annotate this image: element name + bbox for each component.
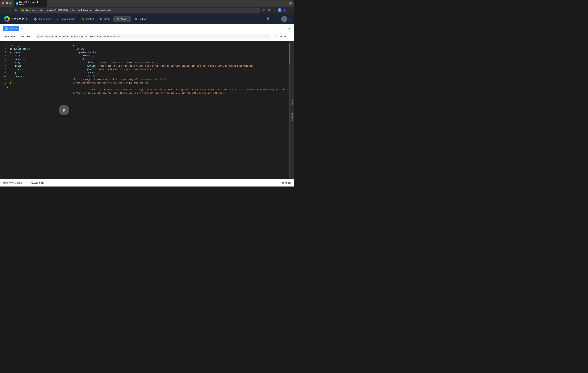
editor-scrollbar[interactable] — [289, 41, 290, 179]
profile-icon[interactable]: 👤 — [282, 8, 287, 12]
hamburger-menu-icon[interactable]: ≡ — [26, 17, 27, 21]
brace-token: } — [15, 72, 16, 74]
home-icon: 🏠 — [34, 18, 37, 21]
browser-window: G GraphQL Playground — free-s… × + ⋮ ‹ ›… — [0, 0, 294, 186]
history-button[interactable]: HISTORY — [18, 34, 33, 39]
line-content: image { — [7, 64, 66, 68]
search-extensions-icon[interactable]: 🔍 — [267, 8, 272, 12]
brace-token: { — [16, 44, 19, 47]
query-tabs-bar: Q Query × + ⚙ — [0, 24, 294, 33]
editor-line-8: 8 url — [3, 68, 66, 71]
brace-token: } — [12, 78, 14, 81]
browser-tabs: G GraphQL Playground — free-s… × + — [14, 0, 287, 7]
close-window-button[interactable] — [2, 2, 4, 4]
line-number: 11 — [3, 78, 6, 82]
bookmark-star-icon[interactable]: ☆ — [272, 8, 277, 12]
editor-line-12: 12 } — [3, 82, 66, 85]
query-variables-tab[interactable]: QUERY VARIABLES — [3, 181, 22, 185]
minimize-window-button[interactable] — [6, 2, 8, 4]
nav-label-settings: Settings — [139, 18, 147, 20]
line-number: 10 — [3, 75, 6, 78]
brace-token: { — [28, 48, 30, 50]
maximize-window-button[interactable] — [9, 2, 11, 4]
docs-tab[interactable]: DOCS — [291, 97, 294, 106]
nav-label-content: Content — [86, 18, 94, 20]
help-button[interactable]: ? — [273, 16, 279, 22]
refresh-button[interactable]: ↻ — [14, 8, 18, 12]
play-icon — [63, 108, 66, 112]
tab-close-button[interactable]: × — [43, 2, 45, 5]
editor-line-11: 11 } — [3, 78, 66, 82]
line-content: } — [7, 85, 66, 88]
line-content: postCollection { — [7, 47, 66, 51]
query-tab-label: Query — [9, 27, 15, 30]
tab-title: GraphQL Playground — free-s… — [19, 1, 42, 6]
address-bar[interactable]: 🔒 https://app.contentful.com/spaces/0sdt… — [20, 8, 261, 13]
query-tab-close-button[interactable]: × — [16, 27, 17, 30]
brace-token: { — [21, 65, 24, 67]
line-number: 5 — [3, 58, 6, 61]
line-content: ▾ items { — [7, 51, 66, 54]
browser-navbar: ‹ › ↻ 🔒 https://app.contentful.com/space… — [0, 7, 294, 14]
line-number: 13 — [3, 85, 6, 88]
browser-titlebar: G GraphQL Playground — free-s… × + ⋮ — [0, 0, 294, 7]
field-token: image — [15, 65, 21, 67]
extensions-icon[interactable]: C — [278, 8, 282, 12]
query-tab[interactable]: Q Query × — [3, 26, 19, 31]
line-number: 2 — [3, 47, 6, 51]
schema-tab[interactable]: SCHEMA — [291, 111, 294, 123]
nav-items: 🏠 Space home ◇ Content model ✏️ Content … — [31, 16, 265, 22]
field-token: items — [14, 51, 20, 54]
editor-line-2: 2 postCollection { — [3, 47, 66, 51]
copy-curl-button[interactable]: COPY CURL — [274, 34, 291, 39]
line-content: content — [7, 75, 66, 78]
content-icon: ✏️ — [81, 18, 85, 21]
result-panel[interactable]: { "data": { "postCollection": { "items":… — [69, 41, 294, 179]
nav-item-settings[interactable]: ⚙️ Settings ▾ — [132, 16, 152, 22]
bookmarks-icon[interactable]: ⊞ — [262, 8, 266, 12]
global-search-button[interactable]: 🔍 — [265, 16, 271, 22]
nav-label-apps: Apps — [121, 18, 126, 20]
forward-button[interactable]: › — [8, 8, 12, 12]
run-query-button-container — [59, 105, 69, 115]
line-content: url — [7, 68, 66, 71]
editor-line-10: 10 content — [3, 75, 66, 78]
line-number: 8 — [3, 68, 6, 71]
app-container: free-space ≡ 🏠 Space home ◇ Content mode… — [0, 14, 294, 186]
nav-item-content-model[interactable]: ◇ Content model — [55, 16, 78, 22]
editor-line-5: 5 subtitle — [3, 58, 66, 61]
prettify-button[interactable]: PRETTIFY — [3, 34, 18, 39]
run-query-button[interactable] — [59, 105, 69, 115]
more-tools-icon[interactable]: ⋮ — [287, 8, 292, 12]
traffic-lights — [2, 2, 11, 4]
http-headers-tab[interactable]: HTTP HEADERS (1) — [25, 181, 44, 185]
nav-item-media[interactable]: 🖼 Media — [97, 16, 113, 22]
playground-settings-button[interactable]: ⚙ — [286, 26, 291, 31]
line-number: 4 — [3, 54, 6, 58]
endpoint-url-bar[interactable]: https://graphql.contentful.com/content/v… — [35, 34, 271, 39]
line-number: 7 — [3, 64, 6, 68]
add-query-tab-button[interactable]: + — [20, 26, 25, 31]
back-button[interactable]: ‹ — [2, 8, 7, 12]
new-tab-button[interactable]: + — [48, 1, 52, 6]
nav-item-space-home[interactable]: 🏠 Space home — [31, 16, 54, 22]
nav-item-content[interactable]: ✏️ Content — [79, 16, 97, 22]
sidebar-tabs: DOCS SCHEMA — [290, 41, 294, 179]
nav-item-apps[interactable]: 🧩 Apps ▾ — [113, 16, 131, 22]
editor-line-6: 6 slug — [3, 61, 66, 64]
line-content: } — [7, 71, 66, 75]
space-name: free-space — [12, 18, 24, 21]
line-content: ▾ query { — [7, 44, 66, 47]
user-avatar[interactable]: 👤 — [281, 16, 287, 22]
user-dropdown-arrow-icon[interactable]: ▾ — [289, 18, 290, 20]
editor-line-7: 7 image { — [3, 64, 66, 68]
endpoint-status-indicator — [37, 36, 39, 38]
line-number: 12 — [3, 82, 6, 85]
field-token: content — [15, 75, 24, 77]
query-editor-panel[interactable]: 1 ▾ query { 2 postCollection { — [0, 41, 69, 179]
tracing-button[interactable]: TRACING — [282, 182, 291, 184]
content-model-icon: ◇ — [57, 18, 59, 21]
active-browser-tab[interactable]: G GraphQL Playground — free-s… × — [14, 0, 47, 7]
line-content: title — [7, 54, 66, 58]
brace-token: { — [20, 51, 23, 54]
